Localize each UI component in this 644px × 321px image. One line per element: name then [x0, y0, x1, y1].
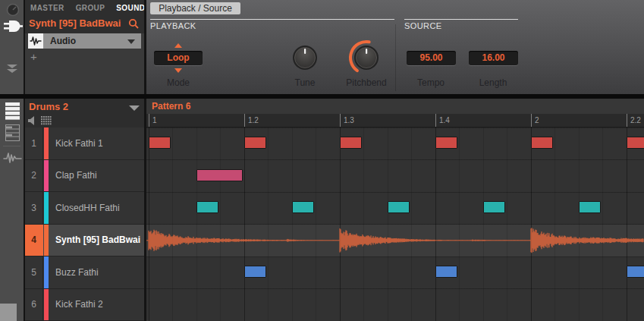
tune-knob[interactable]: [288, 41, 322, 74]
group-header: Drums 2: [25, 99, 144, 127]
tab-group[interactable]: GROUP: [76, 4, 105, 12]
track-name[interactable]: Clap Fathi: [55, 160, 97, 192]
track-number[interactable]: 1: [25, 127, 43, 159]
note-block[interactable]: [435, 137, 457, 149]
audio-waveform-icon: [28, 33, 43, 49]
group-name[interactable]: Drums 2: [29, 101, 68, 112]
ruler-tick: [435, 114, 436, 127]
tab-sound[interactable]: SOUND: [116, 4, 145, 12]
pattern-name[interactable]: Pattern 6: [152, 101, 190, 112]
pane-divider: [0, 94, 644, 99]
track-number[interactable]: 4: [25, 225, 43, 256]
track-row[interactable]: 1Kick Fathi 1: [25, 127, 144, 160]
track-name[interactable]: Kick Fathi 2: [55, 289, 103, 321]
note-block[interactable]: [627, 137, 644, 149]
audio-waveform: [146, 127, 644, 321]
track-name[interactable]: Buzz Fathi: [55, 256, 99, 288]
section-divider: [395, 24, 396, 91]
note-block[interactable]: [244, 137, 266, 149]
track-color-strip: [44, 289, 49, 321]
ruler-tick: [244, 114, 245, 127]
ruler-label: 2: [535, 116, 539, 124]
plugin-panel: Playback / Source PLAYBACK SOURCE Loop M…: [146, 0, 644, 94]
track-row[interactable]: 5Buzz Fathi: [25, 256, 144, 289]
channel-properties-icon[interactable]: [6, 3, 20, 17]
track-number[interactable]: 6: [25, 289, 43, 321]
track-color-strip: [44, 127, 49, 159]
source-type-dropdown[interactable]: Audio: [43, 33, 141, 49]
track-number[interactable]: 2: [25, 160, 43, 192]
mode-down-arrow[interactable]: [174, 68, 182, 73]
track-color-strip: [44, 256, 49, 288]
plugin-tab[interactable]: Playback / Source: [150, 2, 240, 14]
ruler-label: 1.2: [248, 116, 259, 124]
playback-section-title: PLAYBACK: [150, 21, 196, 30]
note-block[interactable]: [579, 201, 601, 213]
speaker-icon[interactable]: [28, 116, 37, 125]
track-row[interactable]: 4Synth [95] BadBwai: [25, 225, 144, 257]
search-icon[interactable]: [128, 18, 139, 29]
pitchbend-knob[interactable]: [347, 38, 385, 77]
track-list: 1Kick Fathi 12Clap Fathi3ClosedHH Fathi4…: [25, 127, 144, 321]
collapse-arrow-icon[interactable]: [6, 64, 18, 74]
note-block[interactable]: [149, 137, 171, 149]
mode-up-arrow[interactable]: [174, 43, 182, 48]
source-type-label: Audio: [50, 36, 76, 46]
note-block[interactable]: [483, 201, 505, 213]
playback-section-line: [150, 19, 394, 20]
note-block[interactable]: [196, 201, 218, 213]
note-block[interactable]: [627, 266, 644, 278]
sound-title[interactable]: Synth [95] BadBwai: [29, 17, 121, 29]
sound-list-panel: MASTER GROUP SOUND Synth [95] BadBwai Au…: [25, 0, 144, 94]
track-number[interactable]: 3: [25, 192, 43, 224]
track-row[interactable]: 3ClosedHH Fathi: [25, 192, 144, 225]
track-name[interactable]: Synth [95] BadBwai: [55, 225, 140, 256]
track-name[interactable]: Kick Fathi 1: [55, 127, 103, 159]
ruler-tick: [531, 114, 532, 127]
pattern-bar: Pattern 6: [146, 99, 644, 114]
dropdown-caret-icon: [127, 39, 135, 44]
add-module-button[interactable]: +: [30, 50, 37, 63]
tune-label: Tune: [295, 77, 316, 88]
tempo-value[interactable]: 95.00: [407, 51, 456, 65]
pattern-grid[interactable]: [146, 127, 644, 321]
source-section-line: [404, 19, 518, 20]
note-block[interactable]: [388, 201, 410, 213]
track-color-strip: [44, 160, 49, 192]
note-block[interactable]: [292, 201, 314, 213]
mode-label: Mode: [167, 77, 190, 88]
piano-roll-icon[interactable]: [5, 124, 20, 141]
track-name[interactable]: ClosedHH Fathi: [55, 192, 120, 224]
event-view-icon[interactable]: [5, 102, 20, 120]
note-block[interactable]: [244, 266, 266, 278]
sampling-view-icon[interactable]: [3, 150, 22, 166]
sound-source-row: Audio: [28, 33, 141, 49]
left-toolbar: [0, 0, 24, 321]
note-block[interactable]: [196, 169, 243, 181]
note-block[interactable]: [435, 266, 457, 278]
length-label: Length: [479, 77, 507, 88]
track-color-strip: [44, 225, 49, 256]
note-block[interactable]: [340, 137, 362, 149]
track-row[interactable]: 6Kick Fathi 2: [25, 289, 144, 321]
ruler-tick: [149, 114, 149, 127]
ruler-tick: [340, 114, 341, 127]
rail-divider: [3, 146, 20, 146]
pad-grid-icon[interactable]: [41, 116, 52, 125]
source-section-title: SOURCE: [404, 21, 441, 30]
pitchbend-label: Pitchbend: [346, 77, 386, 88]
tab-master[interactable]: MASTER: [30, 4, 64, 12]
ruler-label: 1: [152, 116, 157, 124]
group-dropdown-icon[interactable]: [129, 105, 140, 111]
rail-scroll-thumb[interactable]: [0, 304, 17, 321]
track-row[interactable]: 2Clap Fathi: [25, 160, 144, 193]
track-number[interactable]: 5: [25, 256, 43, 288]
length-value[interactable]: 16.00: [469, 51, 518, 65]
timeline-ruler[interactable]: 11.21.31.422.2: [146, 114, 644, 127]
ruler-tick: [627, 114, 627, 127]
ruler-label: 1.4: [439, 116, 450, 124]
plugin-icon[interactable]: [3, 18, 23, 34]
ruler-label: 1.3: [344, 116, 354, 124]
note-block[interactable]: [531, 137, 553, 149]
mode-selector[interactable]: Loop: [154, 51, 203, 65]
